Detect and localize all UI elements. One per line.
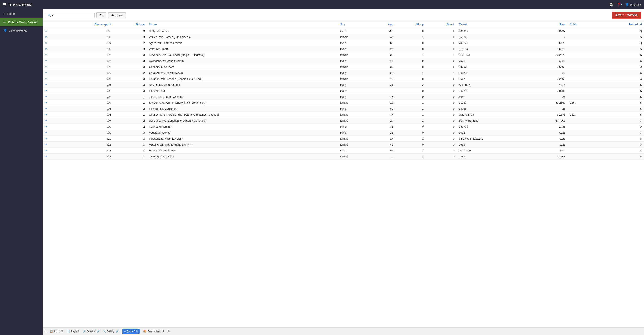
col-sex[interactable]: Sex — [338, 21, 370, 28]
row-edit-cell[interactable]: ✏ — [43, 142, 60, 148]
row-name: Abrahim, Mrs. Joseph (Sophie Halaut Easu… — [147, 76, 338, 82]
col-parch[interactable]: Parch — [426, 21, 457, 28]
row-edit-cell[interactable]: ✏ — [43, 130, 60, 136]
row-edit-icon[interactable]: ✏ — [45, 89, 47, 92]
bottombar-home[interactable]: ⌂ — [45, 330, 46, 333]
bottombar-quickedit[interactable]: ✏ Quick Edit — [122, 329, 140, 334]
row-edit-cell[interactable]: ✏ — [43, 76, 60, 82]
row-edit-cell[interactable]: ✏ — [43, 58, 60, 64]
row-pclass: 2 — [113, 40, 147, 46]
sidebar-item-home[interactable]: ⌂ Home — [0, 9, 43, 18]
row-edit-icon[interactable]: ✏ — [45, 59, 47, 62]
row-edit-icon[interactable]: ✏ — [45, 125, 47, 128]
table-row: ✏ 894 2 Myles, Mr. Thomas Francis male 6… — [43, 40, 644, 46]
row-edit-cell[interactable]: ✏ — [43, 100, 60, 106]
row-edit-cell[interactable]: ✏ — [43, 34, 60, 40]
row-edit-icon[interactable]: ✏ — [45, 83, 47, 86]
row-edit-icon[interactable]: ✏ — [45, 35, 47, 39]
row-edit-icon[interactable]: ✏ — [45, 113, 47, 116]
row-age: 14 — [370, 58, 396, 64]
row-edit-icon[interactable]: ✏ — [45, 95, 47, 98]
row-embarked: C — [598, 148, 644, 154]
row-edit-icon[interactable]: ✏ — [45, 101, 47, 104]
user-menu[interactable]: 👤 wsuser ▾ — [625, 3, 642, 6]
actions-button[interactable]: Actions ▾ — [108, 12, 126, 18]
row-edit-cell[interactable]: ✏ — [43, 94, 60, 100]
row-fare: 7.2292 — [531, 76, 568, 82]
col-fare[interactable]: Fare — [531, 21, 568, 28]
bottombar-page[interactable]: 📄 Page 4 — [67, 330, 79, 333]
table-body: ✏ 892 3 Kelly, Mr. James male 34.5 0 0 3… — [43, 28, 644, 160]
row-edit-icon[interactable]: ✏ — [45, 53, 47, 56]
row-edit-cell[interactable]: ✏ — [43, 82, 60, 88]
row-edit-cell[interactable]: ✏ — [43, 154, 60, 160]
row-edit-icon[interactable]: ✏ — [45, 71, 47, 74]
row-ticket: 2657 — [457, 76, 531, 82]
chat-icon[interactable]: 💬 — [610, 3, 613, 6]
row-name: Wilkes, Mrs. James (Ellen Needs) — [147, 34, 338, 40]
row-name: Jones, Mr. Charles Cresson — [147, 94, 338, 100]
row-sex: male — [338, 148, 370, 154]
row-edit-icon[interactable]: ✏ — [45, 119, 47, 122]
row-embarked: Q — [598, 40, 644, 46]
col-name[interactable]: Name — [147, 21, 338, 28]
row-edit-cell[interactable]: ✏ — [43, 112, 60, 118]
row-name: Myles, Mr. Thomas Francis — [147, 40, 338, 46]
row-fare: 12.35 — [531, 124, 568, 130]
row-edit-icon[interactable]: ✏ — [45, 149, 47, 152]
search-input[interactable] — [54, 14, 93, 17]
sidebar-item-editable-titanic[interactable]: ✏ Editable Titanic Dataset — [0, 18, 43, 26]
bottombar-customize[interactable]: 🎨 Customize — [143, 330, 160, 333]
row-edit-cell[interactable]: ✏ — [43, 52, 60, 58]
search-wrapper[interactable]: 🔍 ▾ — [46, 12, 94, 18]
bottombar-info[interactable]: ℹ — [163, 330, 164, 333]
row-edit-cell[interactable]: ✏ — [43, 40, 60, 46]
row-edit-icon[interactable]: ✏ — [45, 137, 47, 140]
col-ticket[interactable]: Ticket — [457, 21, 531, 28]
col-age[interactable]: Age — [370, 21, 396, 28]
bottombar-session[interactable]: 🔗 Session 🔗 — [82, 330, 100, 333]
row-edit-icon[interactable]: ✏ — [45, 107, 47, 110]
row-edit-icon[interactable]: ✏ — [45, 47, 47, 50]
bottombar-settings[interactable]: ⚙ — [168, 330, 170, 333]
row-edit-cell[interactable]: ✏ — [43, 148, 60, 154]
row-edit-cell[interactable]: ✏ — [43, 46, 60, 52]
row-edit-cell[interactable]: ✏ — [43, 70, 60, 76]
row-edit-icon[interactable]: ✏ — [45, 29, 47, 33]
col-pclass[interactable]: Pclass — [113, 21, 147, 28]
bottombar-app[interactable]: 📋 App 102 — [50, 330, 64, 333]
row-edit-icon[interactable]: ✏ — [45, 155, 47, 158]
col-embarked[interactable]: Embarked — [598, 21, 644, 28]
col-cabin[interactable]: Cabin — [568, 21, 598, 28]
row-edit-cell[interactable]: ✏ — [43, 118, 60, 124]
row-sex: male — [338, 70, 370, 76]
row-sex: female — [338, 112, 370, 118]
row-edit-cell[interactable]: ✏ — [43, 106, 60, 112]
row-edit-cell[interactable]: ✏ — [43, 88, 60, 94]
new-record-button[interactable]: 新規データの登録 — [612, 11, 641, 19]
row-embarked: S — [598, 94, 644, 100]
sidebar-item-administration[interactable]: 👤 Administration — [0, 26, 43, 35]
row-name: Rothschild, Mr. Martin — [147, 148, 338, 154]
row-passengerid: 897 — [60, 58, 114, 64]
row-edit-cell[interactable]: ✏ — [43, 136, 60, 142]
row-edit-icon[interactable]: ✏ — [45, 65, 47, 68]
row-embarked: S — [598, 46, 644, 52]
help-icon[interactable]: ❓▾ — [617, 3, 622, 6]
row-edit-icon[interactable]: ✏ — [45, 131, 47, 134]
row-ticket: SC/PARIS 2167 — [457, 118, 531, 124]
go-button[interactable]: Go — [96, 12, 106, 18]
bottombar-debug[interactable]: 🔧 Debug 🔗 — [103, 330, 118, 333]
row-edit-icon[interactable]: ✏ — [45, 77, 47, 80]
menu-icon[interactable]: ☰ — [2, 2, 6, 7]
row-edit-cell[interactable]: ✏ — [43, 124, 60, 130]
row-fare: 29 — [531, 70, 568, 76]
col-passengerid[interactable]: PassengerId — [60, 21, 114, 28]
row-edit-icon[interactable]: ✏ — [45, 143, 47, 146]
row-edit-cell[interactable]: ✏ — [43, 28, 60, 34]
row-edit-icon[interactable]: ✏ — [45, 41, 47, 45]
data-table: PassengerId Pclass Name Sex Age Sibsp Pa… — [43, 21, 644, 160]
row-edit-cell[interactable]: ✏ — [43, 64, 60, 70]
search-chevron[interactable]: ▾ — [52, 14, 54, 17]
col-sibsp[interactable]: Sibsp — [396, 21, 426, 28]
